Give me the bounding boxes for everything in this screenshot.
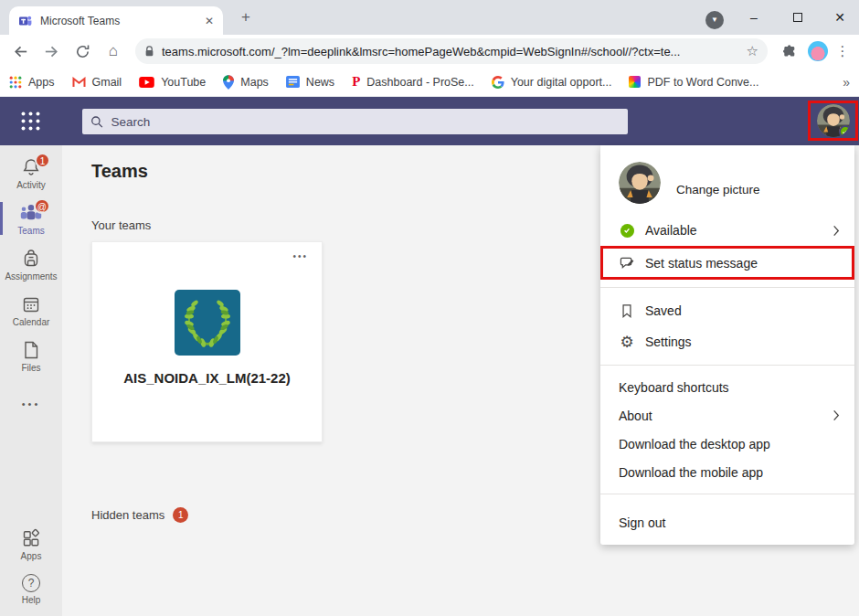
window-minimize-button[interactable]: – <box>738 7 769 27</box>
browser-window: Microsoft Teams ✕ + ▼ – ✕ ⌂ teams.micros… <box>0 0 859 616</box>
menu-item-set-status-message[interactable]: Set status message <box>600 246 854 280</box>
gear-icon: ⚙ <box>619 335 635 350</box>
pdf-grid-icon <box>629 76 641 88</box>
bookmark-label: Apps <box>28 76 55 89</box>
sidebar-item-teams[interactable]: @ Teams <box>0 196 62 241</box>
menu-divider <box>600 287 854 288</box>
teams-header <box>0 97 859 145</box>
bookmark-gmail[interactable]: Gmail <box>72 76 122 89</box>
your-teams-label: Your teams <box>91 218 151 232</box>
team-card-more-icon[interactable]: ••• <box>292 251 308 261</box>
bookmark-saved-icon <box>619 303 635 319</box>
bookmarks-overflow-chevron[interactable]: » <box>843 75 850 90</box>
tab-search-icon[interactable]: ▼ <box>705 11 724 29</box>
reload-icon[interactable] <box>69 38 95 64</box>
bookmark-youtube[interactable]: YouTube <box>139 76 206 89</box>
teams-search-box[interactable] <box>82 109 628 134</box>
browser-profile-avatar[interactable] <box>808 41 828 61</box>
chevron-right-icon <box>832 409 840 421</box>
hidden-teams-badge: 1 <box>173 507 188 523</box>
menu-item-download-desktop[interactable]: Download the desktop app <box>600 430 854 458</box>
download-desktop-label: Download the desktop app <box>619 437 770 451</box>
team-card[interactable]: ••• <box>91 241 323 442</box>
sidebar-item-assignments[interactable]: Assignments <box>0 241 62 287</box>
sidebar-item-apps[interactable]: Apps <box>0 521 62 567</box>
bookmarks-bar: Apps Gmail YouTube Maps <box>0 68 859 97</box>
sidebar-item-label: Teams <box>17 226 44 236</box>
profile-avatar[interactable] <box>817 104 850 137</box>
team-name[interactable]: AIS_NOIDA_IX_LM(21-22) <box>111 368 303 388</box>
profile-avatar-highlight-box <box>808 101 858 141</box>
extensions-puzzle-icon[interactable] <box>777 38 802 64</box>
activity-badge: 1 <box>35 153 50 168</box>
browser-menu-icon[interactable]: ⋮ <box>833 43 852 59</box>
download-mobile-label: Download the mobile app <box>619 465 763 480</box>
set-status-message-label: Set status message <box>645 256 758 271</box>
menu-item-saved[interactable]: Saved <box>600 295 854 326</box>
sidebar-item-help[interactable]: ? Help <box>0 567 62 616</box>
search-icon <box>90 115 103 129</box>
menu-item-download-mobile[interactable]: Download the mobile app <box>600 458 854 486</box>
sidebar-item-files[interactable]: Files <box>0 333 62 378</box>
menu-divider <box>600 365 854 366</box>
tab-close-icon[interactable]: ✕ <box>205 15 214 27</box>
saved-label: Saved <box>645 303 682 318</box>
sidebar-more-icon[interactable]: ••• <box>0 398 62 409</box>
maps-pin-icon <box>223 75 234 90</box>
about-label: About <box>619 409 652 423</box>
menu-item-keyboard-shortcuts[interactable]: Keyboard shortcuts <box>600 373 854 401</box>
keyboard-shortcuts-label: Keyboard shortcuts <box>619 380 729 395</box>
sidebar-item-calendar[interactable]: Calendar <box>0 287 62 333</box>
change-picture-row[interactable]: Change picture <box>600 145 854 215</box>
sidebar-item-label: Activity <box>16 180 46 190</box>
tab-strip: Microsoft Teams ✕ + ▼ – ✕ <box>0 0 859 35</box>
home-icon[interactable]: ⌂ <box>101 38 126 64</box>
bookmark-star-icon[interactable]: ☆ <box>747 43 758 59</box>
youtube-icon <box>139 77 154 88</box>
bookmark-news[interactable]: News <box>286 76 334 89</box>
change-picture-label[interactable]: Change picture <box>676 183 760 196</box>
address-bar[interactable]: teams.microsoft.com/_?lm=deeplink&lmsrc=… <box>135 38 768 64</box>
help-icon: ? <box>22 574 40 592</box>
back-icon[interactable] <box>7 38 33 64</box>
bookmark-apps[interactable]: Apps <box>9 76 55 89</box>
tab-title: Microsoft Teams <box>40 15 197 27</box>
team-logo-laurel-icon <box>175 290 240 356</box>
search-input[interactable] <box>111 115 620 129</box>
available-check-icon <box>619 224 635 238</box>
waffle-icon[interactable] <box>19 110 42 136</box>
availability-label: Available <box>645 223 697 238</box>
bookmark-label: Your digital opport... <box>511 76 612 89</box>
menu-avatar[interactable] <box>619 162 661 204</box>
menu-divider <box>600 494 854 494</box>
sidebar-spacer <box>0 409 62 521</box>
backpack-icon <box>21 249 41 269</box>
profile-dropdown-menu: Change picture Available Set status mess… <box>600 145 854 545</box>
hidden-teams-row[interactable]: Hidden teams 1 <box>91 507 188 523</box>
sidebar-item-label: Assignments <box>5 271 57 281</box>
forward-icon[interactable] <box>38 38 64 64</box>
window-maximize-button[interactable] <box>782 7 813 27</box>
menu-item-about[interactable]: About <box>600 401 854 430</box>
menu-item-availability[interactable]: Available <box>600 215 854 246</box>
menu-item-settings[interactable]: ⚙ Settings <box>600 326 854 357</box>
bookmark-maps[interactable]: Maps <box>223 75 269 90</box>
sign-out-label: Sign out <box>619 515 665 530</box>
status-message-icon <box>619 255 635 271</box>
bookmark-label: Gmail <box>92 76 122 89</box>
sidebar-item-activity[interactable]: 1 Activity <box>0 150 62 196</box>
bookmark-label: News <box>306 76 334 89</box>
bookmark-dashboard[interactable]: P Dashboard - ProSe... <box>352 74 474 90</box>
lock-icon <box>144 45 154 58</box>
calendar-icon <box>21 294 41 314</box>
browser-toolbar: ⌂ teams.microsoft.com/_?lm=deeplink&lmsr… <box>0 35 859 68</box>
browser-tab[interactable]: Microsoft Teams ✕ <box>9 6 223 35</box>
bookmark-digital[interactable]: Your digital opport... <box>492 76 612 89</box>
sidebar-item-label: Apps <box>21 551 42 561</box>
menu-item-sign-out[interactable]: Sign out <box>600 502 854 540</box>
window-close-button[interactable]: ✕ <box>824 7 855 27</box>
new-tab-button[interactable]: + <box>236 8 256 27</box>
apps-tiles-icon <box>21 528 41 548</box>
bookmark-pdf[interactable]: PDF to Word Conve... <box>629 76 758 89</box>
settings-label: Settings <box>645 335 692 349</box>
